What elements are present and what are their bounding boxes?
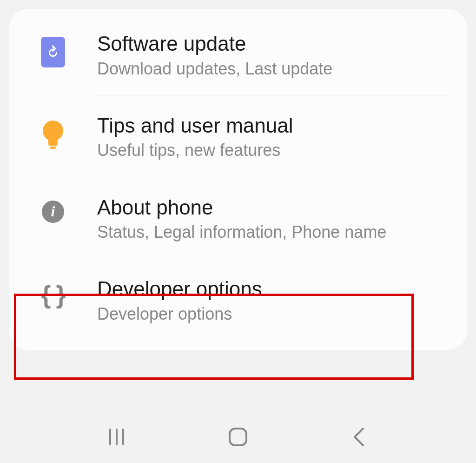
svg-rect-2 [50, 147, 56, 149]
settings-item-about-phone[interactable]: i About phone Status, Legal information,… [9, 177, 467, 259]
bulb-icon [40, 119, 66, 151]
svg-rect-1 [48, 139, 58, 146]
text-container: Developer options Developer options [97, 277, 467, 324]
text-container: Software update Download updates, Last u… [97, 32, 467, 79]
settings-item-subtitle: Status, Legal information, Phone name [97, 222, 453, 242]
nav-home-button[interactable] [226, 425, 250, 449]
settings-item-title: Tips and user manual [97, 114, 453, 138]
braces-icon: { } [41, 282, 65, 307]
settings-item-subtitle: Developer options [97, 304, 453, 324]
icon-container [9, 114, 97, 151]
nav-back-button[interactable] [348, 425, 371, 449]
nav-recents-button[interactable] [105, 425, 128, 449]
settings-item-title: Software update [97, 32, 453, 56]
settings-list: Software update Download updates, Last u… [9, 9, 467, 350]
navigation-bar [0, 423, 476, 451]
text-container: About phone Status, Legal information, P… [97, 196, 467, 242]
settings-item-title: Developer options [97, 277, 453, 301]
settings-item-subtitle: Download updates, Last update [97, 59, 453, 79]
update-icon [41, 37, 65, 67]
settings-item-title: About phone [97, 196, 453, 220]
home-icon [227, 426, 249, 448]
settings-item-developer-options[interactable]: { } Developer options Developer options [9, 259, 467, 350]
settings-item-subtitle: Useful tips, new features [97, 140, 453, 160]
icon-container: i [9, 196, 97, 223]
svg-point-0 [43, 121, 63, 141]
settings-item-tips[interactable]: Tips and user manual Useful tips, new fe… [9, 95, 467, 177]
recents-icon [106, 427, 127, 447]
svg-rect-6 [230, 429, 246, 445]
icon-container: { } [9, 277, 97, 307]
info-icon: i [42, 201, 64, 223]
settings-card: Software update Download updates, Last u… [9, 9, 467, 350]
back-icon [350, 427, 369, 447]
settings-item-software-update[interactable]: Software update Download updates, Last u… [9, 9, 467, 95]
text-container: Tips and user manual Useful tips, new fe… [97, 114, 467, 161]
icon-container [9, 32, 97, 67]
